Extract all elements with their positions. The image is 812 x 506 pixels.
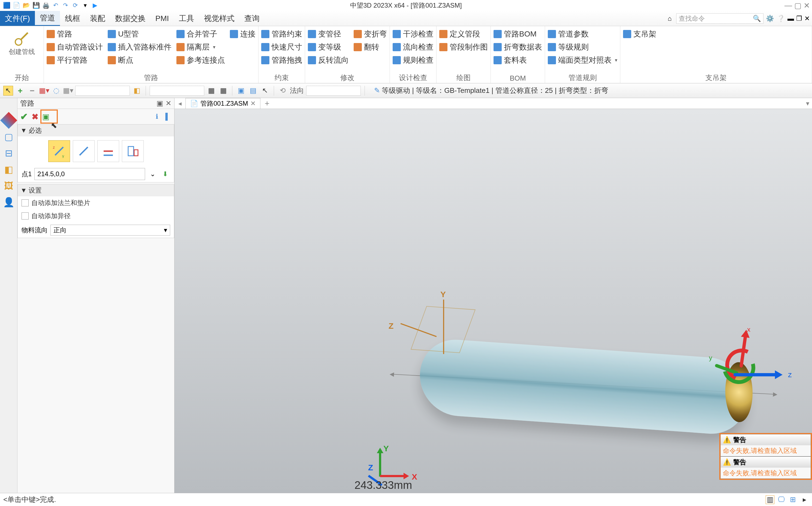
pointer-icon[interactable]: ↖ — [260, 86, 270, 96]
parallel-route-button[interactable]: 平行管路 — [47, 55, 103, 65]
utube-button[interactable]: U型管 — [108, 29, 172, 39]
method-xyz-icon[interactable]: zy — [48, 140, 70, 162]
pipe-params-button[interactable]: 管道参数 — [548, 29, 617, 39]
file-menu[interactable]: 文件(F) — [0, 11, 35, 26]
section-required-header[interactable]: ▼ 必选 — [18, 124, 174, 137]
pipe-body[interactable] — [420, 337, 747, 436]
info-icon[interactable]: ℹ — [152, 112, 161, 121]
insulation-button[interactable]: 隔离层▾ — [177, 42, 225, 52]
change-spec-button[interactable]: 变等级 — [308, 42, 349, 52]
quick-dim-button[interactable]: 快速尺寸 — [261, 42, 302, 52]
connect-button[interactable]: 连接 — [230, 29, 256, 39]
sb-view3-icon[interactable]: ⊞ — [789, 495, 797, 504]
close-icon[interactable]: ✕ — [804, 1, 810, 10]
flow-check-button[interactable]: 流向检查 — [393, 42, 433, 52]
spec-rules-button[interactable]: 等级规则 — [548, 42, 617, 52]
checkbox-icon[interactable] — [21, 213, 28, 220]
home-icon[interactable]: ⌂ — [665, 14, 674, 23]
cursor-icon[interactable]: ↖ — [3, 86, 13, 96]
tab-pipe[interactable]: 管道 — [35, 11, 60, 26]
checkbox-icon[interactable] — [21, 199, 28, 206]
save-icon[interactable]: 💾 — [31, 1, 40, 10]
doc-close-icon[interactable]: ✕ — [804, 15, 810, 22]
box3d-icon[interactable]: ◧ — [3, 163, 15, 175]
segment-draw-button[interactable]: 管段制作图 — [439, 42, 488, 52]
image-icon[interactable]: 🖼 — [3, 180, 15, 192]
minus-icon[interactable]: − — [27, 86, 37, 96]
tab-add-icon[interactable]: + — [260, 99, 274, 108]
circle-arrow-icon[interactable]: ⟲ — [278, 86, 288, 96]
open-icon[interactable]: 📂 — [22, 1, 30, 10]
point-pick-icon[interactable]: ⬇ — [160, 169, 170, 179]
tab-expand-icon[interactable]: ▾ — [803, 100, 812, 107]
panel-close-icon[interactable]: ✕ — [165, 99, 172, 107]
define-segment-button[interactable]: 定义管段 — [439, 29, 488, 39]
tab-pmi[interactable]: PMI — [150, 11, 174, 26]
change-bend-button[interactable]: 变折弯 — [354, 29, 387, 39]
dropdown-icon[interactable]: ▾ — [81, 1, 89, 10]
ok-icon[interactable]: ✔ — [20, 112, 28, 121]
snap-icon[interactable]: ▦▾ — [39, 86, 49, 96]
plus-icon[interactable]: + — [15, 86, 25, 96]
flip-button[interactable]: 翻转 — [354, 42, 387, 52]
wand-icon[interactable] — [0, 112, 17, 129]
point1-input[interactable]: 214.5,0,0 — [35, 168, 145, 180]
method-axis-icon[interactable] — [73, 140, 94, 162]
3d-canvas[interactable]: Y Z x y z Y — [175, 109, 812, 493]
bend-table-button[interactable]: 折弯数据表 — [493, 42, 542, 52]
align2-icon[interactable]: ▤ — [248, 86, 258, 96]
toggle-panel-icon[interactable]: ▌ — [163, 112, 172, 121]
grid-icon[interactable]: ▦ — [206, 86, 216, 96]
triad-z-arrow[interactable] — [734, 373, 777, 376]
new-icon[interactable]: 📄 — [12, 1, 21, 10]
tab-inquire[interactable]: 查询 — [240, 11, 265, 26]
sb-view1-icon[interactable]: ▥ — [766, 495, 774, 504]
doc-maximize-icon[interactable]: ❐ — [796, 15, 802, 22]
play-icon[interactable]: ▶ — [90, 1, 99, 10]
tab-assembly[interactable]: 装配 — [85, 11, 110, 26]
method-edge-icon[interactable] — [97, 140, 119, 162]
grid2-icon[interactable]: ▦ — [218, 86, 228, 96]
method-ref-icon[interactable] — [122, 140, 144, 162]
filter-icon[interactable]: ▦▾ — [63, 86, 73, 96]
rule-check-button[interactable]: 规则检查 — [393, 55, 433, 65]
maximize-icon[interactable]: ▢ — [794, 1, 801, 10]
search-input[interactable]: 查找命令 🔍 — [676, 13, 763, 24]
auto-flange-row[interactable]: 自动添加法兰和垫片 — [18, 196, 174, 209]
flow-direction-select[interactable]: 正向 ▾ — [51, 225, 170, 236]
apply-icon[interactable]: ▣ — [42, 112, 50, 121]
insert-std-button[interactable]: 插入管路标准件 — [108, 42, 172, 52]
panel-restore-icon[interactable]: ▣ — [156, 99, 163, 107]
endtype-table-button[interactable]: 端面类型对照表▾ — [548, 55, 617, 65]
help-icon[interactable]: ❔ — [776, 14, 785, 23]
auto-route-button[interactable]: 自动管路设计 — [47, 42, 103, 52]
print-icon[interactable]: 🖨️ — [42, 1, 50, 10]
box-icon[interactable]: ◧ — [132, 86, 142, 96]
gear-icon[interactable]: ⚙️ — [766, 14, 774, 23]
align-icon[interactable]: ▣ — [236, 86, 246, 96]
doc-minimize-icon[interactable]: ▬ — [788, 15, 794, 22]
reverse-flow-button[interactable]: 反转流向 — [308, 55, 349, 65]
section-settings-header[interactable]: ▼ 设置 — [18, 184, 174, 196]
route-constraint-button[interactable]: 管路约束 — [261, 29, 302, 39]
direction-select[interactable] — [306, 86, 361, 96]
tree-icon[interactable]: ⊟ — [3, 147, 15, 159]
interference-button[interactable]: 干涉检查 — [393, 29, 433, 39]
create-pipeline-button[interactable]: 创建管线 — [3, 28, 41, 72]
tab-prev-icon[interactable]: ◂ — [175, 100, 185, 107]
cancel-icon[interactable]: ✖ — [30, 112, 39, 121]
person-icon[interactable]: 👤 — [3, 196, 15, 208]
sb-view2-icon[interactable]: 🖵 — [777, 495, 786, 504]
change-diameter-button[interactable]: 变管径 — [308, 29, 349, 39]
document-tab[interactable]: 📄 管路001.Z3ASM ✕ — [185, 98, 260, 109]
sb-expand-icon[interactable]: ▸ — [800, 495, 809, 504]
filter-select[interactable] — [75, 86, 130, 96]
select-mode-icon[interactable]: ◌ — [51, 86, 61, 96]
tab-dataexchange[interactable]: 数据交换 — [110, 11, 150, 26]
breakpoint-button[interactable]: 断点 — [108, 55, 172, 65]
tab-close-icon[interactable]: ✕ — [250, 100, 256, 107]
pipe-bom-button[interactable]: 管路BOM — [493, 29, 542, 39]
redo-icon[interactable]: ↷ — [61, 1, 70, 10]
tab-wireframe[interactable]: 线框 — [60, 11, 85, 26]
route-button[interactable]: 管路 — [47, 29, 103, 39]
